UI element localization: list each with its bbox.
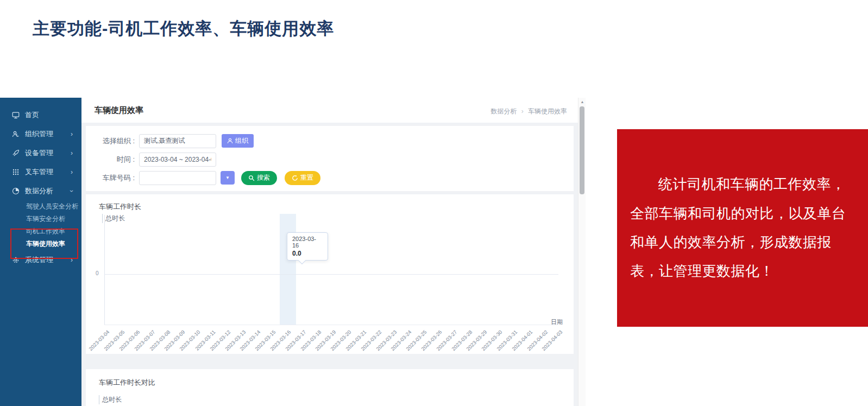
- scrollbar-up-arrow-icon[interactable]: ▲: [578, 100, 586, 104]
- sidebar-item-label: 首页: [25, 110, 39, 120]
- x-axis-labels: 2023-03-042023-03-052023-03-062023-03-07…: [99, 326, 561, 351]
- chart-title: 车辆工作时长对比: [99, 378, 561, 390]
- sidebar-item-home[interactable]: 首页: [0, 105, 81, 124]
- caret-down-icon: ▼: [225, 175, 230, 180]
- slide: 主要功能-司机工作效率、车辆使用效率 首页: [0, 0, 868, 406]
- page-title: 车辆使用效率: [95, 105, 143, 116]
- search-icon: [248, 175, 255, 181]
- y-axis-name: 总时长: [99, 395, 122, 404]
- sidebar-item-label: 组织管理: [25, 129, 53, 139]
- search-button[interactable]: 搜索: [241, 171, 277, 185]
- plate-dropdown-button[interactable]: ▼: [221, 171, 235, 185]
- plate-number-input[interactable]: [139, 171, 216, 185]
- chart-hover-band: [280, 214, 296, 325]
- x-axis-name: 日期: [551, 318, 563, 326]
- sidebar-item-label: 数据分析: [25, 186, 53, 196]
- description-text: 统计司机和车辆的工作效率，全部车辆和司机的对比，以及单台和单人的效率分析，形成数…: [630, 170, 855, 286]
- org-select-input[interactable]: [139, 134, 216, 148]
- sidebar-item-organization[interactable]: 组织管理 ›: [0, 124, 81, 143]
- time-range-input[interactable]: [139, 153, 216, 167]
- slide-title: 主要功能-司机工作效率、车辆使用效率: [33, 17, 334, 40]
- sidebar-item-driver-safety-analysis[interactable]: 驾驶人员安全分析: [0, 200, 81, 213]
- org-button[interactable]: 组织: [222, 134, 254, 148]
- plate-number-label: 车牌号码 :: [99, 173, 135, 183]
- vehicle-work-hours-compare-card: 车辆工作时长对比 总时长: [86, 369, 574, 406]
- chevron-right-icon: ›: [71, 149, 73, 157]
- chevron-down-icon: ›: [68, 190, 76, 192]
- tooltip-date: 2023-03-16: [292, 236, 323, 249]
- breadcrumb-section[interactable]: 数据分析: [490, 107, 517, 115]
- tooltip-arrow: [298, 257, 306, 264]
- chart-tooltip: 2023-03-16 0.0: [287, 232, 328, 261]
- sidebar-item-device[interactable]: 设备管理 ›: [0, 143, 81, 162]
- y-axis-tick-label: 0: [96, 270, 99, 276]
- chevron-right-icon: ›: [71, 130, 73, 138]
- x-axis-line: [104, 325, 558, 325]
- sidebar-item-forklift[interactable]: 叉车管理 ›: [0, 162, 81, 181]
- device-icon: [12, 149, 20, 157]
- page-header: 车辆使用效率 数据分析 › 车辆使用效率: [81, 98, 578, 123]
- person-icon: [227, 138, 233, 144]
- main-content: 车辆使用效率 数据分析 › 车辆使用效率 选择组织 :: [81, 98, 578, 406]
- annotation-highlight-box: [10, 229, 78, 259]
- filter-panel: 选择组织 : 组织 时间 : 车牌号码 :: [86, 126, 574, 191]
- org-button-label: 组织: [235, 136, 248, 145]
- organization-icon: [12, 130, 20, 138]
- search-button-label: 搜索: [257, 173, 270, 182]
- chart-plot-area: 总时长 0 2023-03-16 0.0 2023-03-042023-03-0…: [99, 214, 561, 351]
- home-icon: [12, 111, 20, 119]
- sidebar-item-label: 叉车管理: [25, 167, 53, 177]
- sidebar: 首页 组织管理 › 设备管理: [0, 98, 81, 406]
- reset-button[interactable]: 重置: [285, 171, 320, 185]
- zero-gridline: [104, 274, 558, 275]
- sidebar-item-vehicle-safety-analysis[interactable]: 车辆安全分析: [0, 213, 81, 225]
- chart-title: 车辆工作时长: [99, 202, 561, 214]
- refresh-icon: [292, 175, 298, 181]
- y-axis-line: [104, 215, 105, 325]
- y-axis-name: 总时长: [102, 214, 125, 223]
- forklift-icon: [12, 168, 20, 176]
- sidebar-item-label: 设备管理: [25, 148, 53, 158]
- breadcrumb: 数据分析 › 车辆使用效率: [490, 107, 567, 116]
- vehicle-work-hours-chart-card: 车辆工作时长 总时长 0 2023-03-16 0.0 2023-03-0420…: [86, 194, 574, 354]
- description-panel: 统计司机和车辆的工作效率，全部车辆和司机的对比，以及单台和单人的效率分析，形成数…: [617, 129, 868, 327]
- org-select-label: 选择组织 :: [99, 136, 135, 146]
- sidebar-item-data-analysis[interactable]: 数据分析 ›: [0, 181, 81, 200]
- breadcrumb-current: 车辆使用效率: [528, 107, 567, 115]
- breadcrumb-separator-icon: ›: [521, 107, 524, 115]
- tooltip-value: 0.0: [292, 250, 323, 257]
- scrollbar-thumb[interactable]: [580, 106, 584, 194]
- app-window: 首页 组织管理 › 设备管理: [0, 98, 586, 406]
- data-analysis-icon: [12, 187, 20, 195]
- chevron-right-icon: ›: [71, 168, 73, 176]
- scrollbar[interactable]: ▲: [578, 98, 586, 406]
- reset-button-label: 重置: [300, 173, 313, 182]
- time-label: 时间 :: [99, 155, 135, 164]
